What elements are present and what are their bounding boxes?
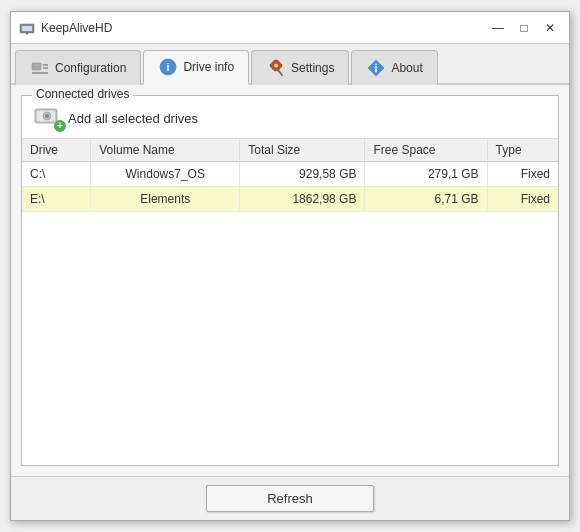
cell-total: 1862,98 GB bbox=[240, 187, 365, 212]
tab-about[interactable]: i About bbox=[351, 50, 437, 85]
svg-point-9 bbox=[274, 64, 278, 68]
close-button[interactable]: ✕ bbox=[539, 17, 561, 39]
title-controls: — □ ✕ bbox=[487, 17, 561, 39]
content-area: Connected drives + Add all selected driv… bbox=[11, 85, 569, 476]
about-icon: i bbox=[366, 58, 386, 78]
configuration-icon bbox=[30, 58, 50, 78]
cell-free: 279,1 GB bbox=[365, 162, 487, 187]
col-free: Free Space bbox=[365, 139, 487, 162]
svg-line-10 bbox=[278, 70, 282, 75]
cell-volume: Windows7_OS bbox=[91, 162, 240, 187]
svg-text:i: i bbox=[375, 62, 378, 74]
footer-bar: Refresh bbox=[11, 476, 569, 520]
drives-data-table: Drive Volume Name Total Size Free Space … bbox=[22, 139, 558, 212]
tab-configuration[interactable]: Configuration bbox=[15, 50, 141, 85]
tab-configuration-label: Configuration bbox=[55, 61, 126, 75]
maximize-button[interactable]: □ bbox=[513, 17, 535, 39]
add-drives-label: Add all selected drives bbox=[68, 111, 198, 126]
title-bar: KeepAliveHD — □ ✕ bbox=[11, 12, 569, 44]
cell-free: 6,71 GB bbox=[365, 187, 487, 212]
svg-rect-3 bbox=[32, 63, 41, 70]
svg-point-2 bbox=[26, 32, 28, 34]
cell-drive: E:\ bbox=[22, 187, 91, 212]
table-header-row: Drive Volume Name Total Size Free Space … bbox=[22, 139, 558, 162]
col-volume: Volume Name bbox=[91, 139, 240, 162]
tab-bar: Configuration i Drive info Settings bbox=[11, 44, 569, 85]
window-title: KeepAliveHD bbox=[41, 21, 112, 35]
cell-drive: C:\ bbox=[22, 162, 91, 187]
tab-settings[interactable]: Settings bbox=[251, 50, 349, 85]
refresh-button[interactable]: Refresh bbox=[206, 485, 374, 512]
cell-volume: Elements bbox=[91, 187, 240, 212]
section-label: Connected drives bbox=[32, 87, 133, 101]
table-row[interactable]: C:\ Windows7_OS 929,58 GB 279,1 GB Fixed bbox=[22, 162, 558, 187]
drive-info-icon: i bbox=[158, 57, 178, 77]
drives-table: Drive Volume Name Total Size Free Space … bbox=[22, 139, 558, 465]
cell-total: 929,58 GB bbox=[240, 162, 365, 187]
cell-type: Fixed bbox=[487, 187, 558, 212]
svg-point-16 bbox=[45, 114, 49, 118]
tab-settings-label: Settings bbox=[291, 61, 334, 75]
table-row[interactable]: E:\ Elements 1862,98 GB 6,71 GB Fixed bbox=[22, 187, 558, 212]
svg-text:i: i bbox=[167, 61, 170, 73]
plus-badge: + bbox=[54, 120, 66, 132]
app-icon bbox=[19, 20, 35, 36]
tab-about-label: About bbox=[391, 61, 422, 75]
title-bar-left: KeepAliveHD bbox=[19, 20, 112, 36]
col-type: Type bbox=[487, 139, 558, 162]
minimize-button[interactable]: — bbox=[487, 17, 509, 39]
svg-rect-1 bbox=[22, 26, 32, 31]
add-drives-icon-wrap: + bbox=[34, 106, 62, 130]
tab-drive-info-label: Drive info bbox=[183, 60, 234, 74]
main-window: KeepAliveHD — □ ✕ Configuration bbox=[10, 11, 570, 521]
col-total: Total Size bbox=[240, 139, 365, 162]
cell-type: Fixed bbox=[487, 162, 558, 187]
add-drives-row[interactable]: + Add all selected drives bbox=[22, 96, 558, 139]
connected-drives-section: Connected drives + Add all selected driv… bbox=[21, 95, 559, 466]
tab-drive-info[interactable]: i Drive info bbox=[143, 50, 249, 85]
col-drive: Drive bbox=[22, 139, 91, 162]
settings-icon bbox=[266, 58, 286, 78]
